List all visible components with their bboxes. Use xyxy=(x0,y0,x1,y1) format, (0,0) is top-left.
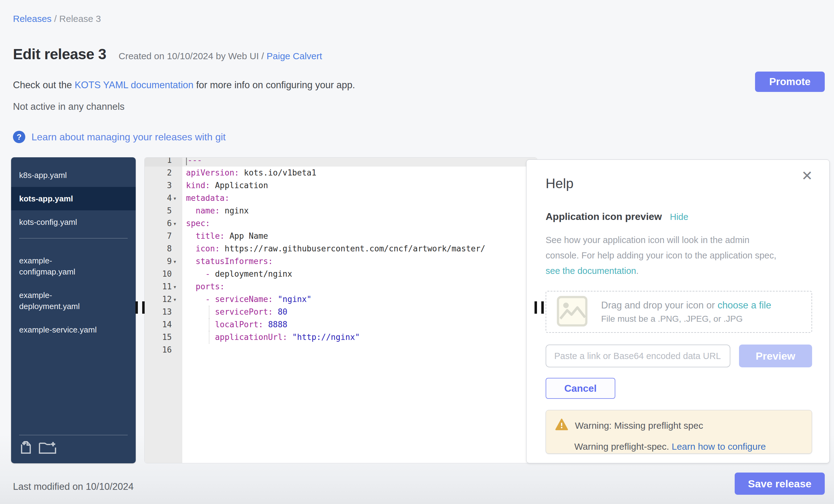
fold-arrow-icon[interactable]: ▼ xyxy=(174,281,176,293)
gutter-line-number: 15 xyxy=(145,331,182,344)
file-tree: k8s-app.yamlkots-app.yamlkots-config.yam… xyxy=(11,157,136,463)
warning-icon xyxy=(555,418,568,433)
kots-yaml-docs-link[interactable]: KOTS YAML documentation xyxy=(75,80,193,90)
new-folder-icon[interactable] xyxy=(38,440,57,457)
file-list-examples: example-configmap.yamlexample-deployment… xyxy=(11,243,136,342)
code-line[interactable]: icon: https://raw.githubusercontent.com/… xyxy=(182,242,537,255)
author-link[interactable]: Paige Calvert xyxy=(266,51,322,61)
gutter-line-number: 2 xyxy=(145,167,182,179)
file-item[interactable]: example-deployment.yaml xyxy=(11,283,136,318)
gutter-line-number: 12▼ xyxy=(145,293,182,306)
file-item[interactable]: kots-app.yaml xyxy=(11,187,136,210)
icon-preview-title: Application icon preview xyxy=(546,211,662,222)
new-file-icon[interactable] xyxy=(19,440,32,457)
file-item-label: example-deployment.yaml xyxy=(19,290,101,312)
file-item-label: k8s-app.yaml xyxy=(19,170,67,181)
gutter-line-number: 14 xyxy=(145,318,182,331)
help-panel-resize-handle[interactable] xyxy=(534,301,544,314)
code-line[interactable]: applicationUrl: "http://nginx" xyxy=(182,331,537,344)
image-placeholder-icon xyxy=(557,296,588,328)
desc-line-2: console. For help adding your icon to th… xyxy=(546,250,776,260)
gutter-line-number: 8 xyxy=(145,242,182,255)
gutter-line-number: 4▼ xyxy=(145,192,182,204)
code-rows: ---apiVersion: kots.io/v1beta1kind: Appl… xyxy=(182,157,537,356)
code-line[interactable]: ports: xyxy=(182,280,537,293)
gutter-rows: 1234▼56▼789▼1011▼12▼13141516 xyxy=(145,157,182,356)
file-list-divider xyxy=(19,238,128,238)
yaml-editor[interactable]: 1234▼56▼789▼1011▼12▼13141516 ---apiVersi… xyxy=(144,157,537,463)
file-item-label: example-service.yaml xyxy=(19,324,96,335)
icon-dropzone[interactable]: Drag and drop your icon or choose a file… xyxy=(546,291,812,333)
save-release-button[interactable]: Save release xyxy=(735,473,825,495)
breadcrumb-current: Release 3 xyxy=(59,14,101,24)
promote-button[interactable]: Promote xyxy=(755,71,825,92)
last-modified-text: Last modified on 10/10/2024 xyxy=(13,481,134,492)
gutter-line-number: 7 xyxy=(145,230,182,242)
gutter-line-number: 16 xyxy=(145,344,182,356)
preview-button[interactable]: Preview xyxy=(739,345,812,367)
breadcrumb-releases-link[interactable]: Releases xyxy=(13,14,51,24)
choose-file-link[interactable]: choose a file xyxy=(718,300,771,311)
created-text: Created on 10/10/2024 by Web UI / xyxy=(119,51,264,61)
help-panel-title: Help xyxy=(546,176,812,191)
icon-url-input[interactable] xyxy=(546,345,730,367)
code-line[interactable]: statusInformers: xyxy=(182,255,537,268)
gutter-line-number: 6▼ xyxy=(145,217,182,230)
learn-configure-link[interactable]: Learn how to configure xyxy=(672,441,766,452)
breadcrumb-separator: / xyxy=(51,14,59,24)
file-item-label: example-configmap.yaml xyxy=(19,255,101,277)
code-line[interactable]: localPort: 8888 xyxy=(182,318,537,331)
fold-arrow-icon[interactable]: ▼ xyxy=(174,293,176,306)
code-line[interactable]: servicePort: 80 xyxy=(182,306,537,318)
file-list-primary: k8s-app.yamlkots-app.yamlkots-config.yam… xyxy=(11,157,136,234)
gutter-line-number: 5 xyxy=(145,204,182,217)
dropzone-line1: Drag and drop your icon or choose a file xyxy=(601,300,771,311)
hide-link[interactable]: Hide xyxy=(670,212,688,222)
help-panel: ✕ Help Application icon preview Hide See… xyxy=(526,159,830,463)
dropzone-line2: File must be a .PNG, .JPEG, or .JPG xyxy=(601,314,771,324)
code-line[interactable]: kind: Application xyxy=(182,179,537,192)
code-line[interactable]: - serviceName: "nginx" xyxy=(182,293,537,306)
file-tree-footer xyxy=(11,435,136,463)
code-line[interactable]: - deployment/nginx xyxy=(182,268,537,280)
code-line[interactable]: --- xyxy=(182,157,537,167)
file-item[interactable]: example-service.yaml xyxy=(11,318,136,342)
fold-arrow-icon[interactable]: ▼ xyxy=(174,256,176,268)
see-documentation-link[interactable]: see the documentation xyxy=(546,266,636,276)
code-line[interactable]: apiVersion: kots.io/v1beta1 xyxy=(182,167,537,179)
code-line[interactable]: title: App Name xyxy=(182,230,537,242)
file-tree-footer-divider xyxy=(19,435,128,435)
code-line[interactable]: name: nginx xyxy=(182,204,537,217)
cancel-button[interactable]: Cancel xyxy=(546,378,615,399)
code-line[interactable]: metadata: xyxy=(182,192,537,204)
question-icon: ? xyxy=(13,131,25,143)
preflight-warning: Warning: Missing preflight spec Warning … xyxy=(546,410,812,454)
file-item[interactable]: example-configmap.yaml xyxy=(11,249,136,283)
git-releases-link[interactable]: Learn about managing your releases with … xyxy=(31,131,226,143)
channel-status: Not active in any channels xyxy=(13,101,125,112)
docs-line-pre: Check out the xyxy=(13,80,75,90)
fold-arrow-icon[interactable]: ▼ xyxy=(174,217,176,230)
code-line[interactable] xyxy=(182,344,537,356)
fold-arrow-icon[interactable]: ▼ xyxy=(174,192,176,205)
file-item[interactable]: k8s-app.yaml xyxy=(11,163,136,187)
gutter-line-number: 10 xyxy=(145,268,182,280)
git-help-row: ? Learn about managing your releases wit… xyxy=(13,131,226,143)
icon-preview-description: See how your application icon will look … xyxy=(546,232,812,279)
text-cursor xyxy=(186,157,187,165)
page-title: Edit release 3 xyxy=(13,46,106,63)
file-item-label: kots-config.yaml xyxy=(19,217,77,228)
dropzone-line1-text: Drag and drop your icon or xyxy=(601,300,718,311)
gutter-line-number: 11▼ xyxy=(145,280,182,293)
warning-text-line2: Warning preflight-spec. Learn how to con… xyxy=(574,441,803,452)
close-icon[interactable]: ✕ xyxy=(801,168,813,183)
desc-line-1: See how your application icon will look … xyxy=(546,235,749,245)
title-row: Edit release 3 Created on 10/10/2024 by … xyxy=(13,46,322,63)
warning-line2-text: Warning preflight-spec. xyxy=(574,441,672,452)
warning-text-line1: Warning: Missing preflight spec xyxy=(575,420,703,431)
gutter-line-number: 1 xyxy=(145,157,182,167)
file-item[interactable]: kots-config.yaml xyxy=(11,210,136,234)
file-item-label: kots-app.yaml xyxy=(19,193,73,204)
code-line[interactable]: spec: xyxy=(182,217,537,230)
sidebar-resize-handle[interactable] xyxy=(135,301,145,314)
